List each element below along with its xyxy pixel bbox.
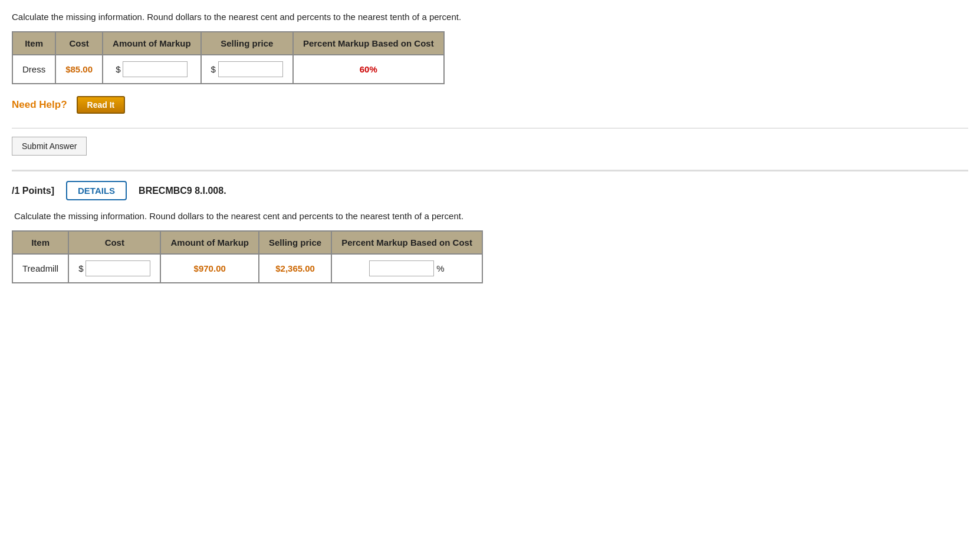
table-1: Item Cost Amount of Markup Selling price…	[12, 31, 445, 84]
col-header-markup-1: Amount of Markup	[103, 32, 201, 55]
item-selling-2: $2,365.00	[259, 254, 331, 283]
item-cost-2[interactable]: $	[68, 254, 160, 283]
item-selling-1[interactable]: $	[201, 55, 293, 84]
col-header-cost-2: Cost	[68, 231, 160, 254]
need-help-label: Need Help?	[12, 99, 67, 111]
dollar-sign-selling-1: $	[211, 64, 216, 74]
details-button[interactable]: DETAILS	[66, 181, 127, 200]
item-name-2: Treadmill	[12, 254, 68, 283]
need-help-row: Need Help? Read It	[12, 96, 968, 114]
submit-answer-button[interactable]: Submit Answer	[12, 137, 87, 156]
submit-section: Submit Answer	[12, 128, 968, 156]
percent-suffix-2: %	[436, 263, 444, 273]
markup-input-1[interactable]	[123, 61, 188, 77]
item-percent-2[interactable]: %	[331, 254, 482, 283]
section2-header: /1 Points] DETAILS BRECMBC9 8.I.008.	[12, 181, 968, 200]
item-name-1: Dress	[12, 55, 55, 84]
col-header-markup-2: Amount of Markup	[160, 231, 259, 254]
item-cost-1: $85.00	[55, 55, 103, 84]
item-percent-1: 60%	[293, 55, 444, 84]
instruction-2: Calculate the missing information. Round…	[12, 211, 968, 221]
table-2: Item Cost Amount of Markup Selling price…	[12, 230, 483, 283]
item-markup-2: $970.00	[160, 254, 259, 283]
col-header-percent-2: Percent Markup Based on Cost	[331, 231, 482, 254]
details-code: BRECMBC9 8.I.008.	[139, 186, 226, 196]
instruction-1: Calculate the missing information. Round…	[12, 12, 968, 22]
col-header-percent-1: Percent Markup Based on Cost	[293, 32, 444, 55]
selling-input-1[interactable]	[218, 61, 283, 77]
percent-input-2[interactable]	[369, 260, 434, 276]
col-header-item-1: Item	[12, 32, 55, 55]
cost-input-2[interactable]	[85, 260, 150, 276]
dollar-sign-markup-1: $	[116, 64, 120, 74]
item-markup-1[interactable]: $	[103, 55, 201, 84]
col-header-selling-1: Selling price	[201, 32, 293, 55]
col-header-selling-2: Selling price	[259, 231, 331, 254]
read-it-button[interactable]: Read It	[77, 96, 126, 114]
col-header-item-2: Item	[12, 231, 68, 254]
col-header-cost-1: Cost	[55, 32, 103, 55]
dollar-sign-cost-2: $	[78, 263, 83, 273]
section-divider	[12, 170, 968, 171]
points-label: /1 Points]	[12, 186, 54, 196]
